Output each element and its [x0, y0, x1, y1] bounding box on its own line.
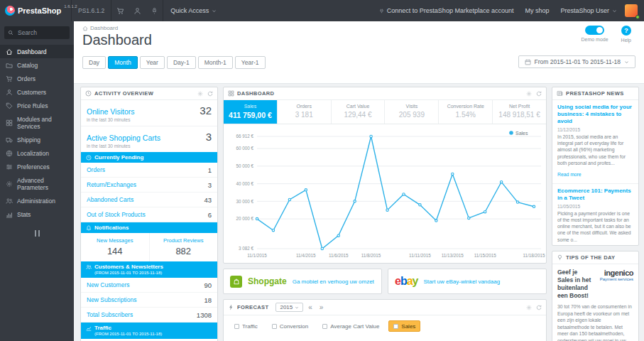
settings-icon[interactable] [197, 91, 203, 97]
customers-row-label[interactable]: Total Subscribers [87, 311, 133, 318]
sidebar-item-catalog[interactable]: Catalog [0, 58, 74, 72]
kpi-row: Sales411 759,00 €Orders3 181Cart Value12… [224, 100, 546, 124]
filter-month[interactable]: Month [108, 56, 138, 69]
topbar-right: Connect to PrestaShop Marketplace accoun… [373, 0, 644, 21]
forecast-legend-label: Average Cart Value [330, 323, 379, 330]
filter-day-1[interactable]: Day-1 [167, 56, 196, 69]
user-menu[interactable]: PrestaShop User [555, 0, 623, 21]
toggle-knob [596, 27, 603, 33]
refresh-icon[interactable] [536, 305, 542, 310]
ebay-link[interactable]: Start uw eBay-winkel vandaag [424, 278, 501, 285]
sidebar-item-orders[interactable]: Orders [0, 72, 74, 85]
prestashop-admin: PrestaShop 1.6.1.2 PS1.6.1.2 Quick Acces… [0, 0, 644, 341]
new-messages-link[interactable]: New Messages [82, 237, 148, 244]
online-visitors-link[interactable]: Online Visitors [87, 107, 135, 116]
news-article-title[interactable]: Ecommerce 101: Payments in a Tweet [557, 188, 633, 202]
read-more-link[interactable]: Read more [557, 172, 582, 177]
kpi-value: 411 759,00 € [225, 111, 275, 119]
forecast-legend-traffic[interactable]: Traffic [229, 320, 263, 332]
sidebar-item-localization[interactable]: Localization [0, 146, 74, 160]
forecast-legend-conversion[interactable]: Conversion [267, 320, 313, 332]
news-article: Ecommerce 101: Payments in a Tweet11/05/… [552, 184, 638, 246]
calendar-icon [525, 59, 531, 65]
sidebar-item-preferences[interactable]: Preferences [0, 160, 74, 173]
pending-row-label[interactable]: Out of Stock Products [87, 211, 146, 218]
grid-icon [6, 119, 13, 126]
filter-year[interactable]: Year [140, 56, 165, 69]
customer-shortcut-icon[interactable] [129, 0, 146, 21]
refresh-icon[interactable] [536, 91, 542, 97]
sidebar-item-dashboard[interactable]: Dashboard [0, 45, 74, 58]
refresh-icon[interactable] [207, 91, 213, 97]
user-avatar[interactable] [625, 4, 638, 17]
kpi-conversion-rate[interactable]: Conversion Rate1.54% [439, 100, 493, 124]
section-title: Currently Pending [94, 154, 143, 161]
sidebar-item-stats[interactable]: Stats [0, 207, 74, 221]
forecast-legend-sales[interactable]: Sales [388, 320, 420, 332]
panel-header-icons [197, 91, 213, 97]
pending-row-value: 3 [208, 181, 212, 189]
demo-mode-control: Demo mode [581, 26, 608, 43]
kpi-cart-value[interactable]: Cart Value129,44 € [332, 100, 386, 124]
sidebar-item-price-rules[interactable]: Price Rules [0, 99, 74, 112]
y-axis-label: 30 000 € [236, 199, 253, 204]
prestashop-logo[interactable]: PrestaShop 1.6.1.2 [0, 0, 71, 21]
customers-row-label[interactable]: New Subscriptions [87, 296, 136, 303]
x-axis-label: 11/18/2015 [523, 253, 545, 258]
settings-icon[interactable] [526, 91, 532, 97]
demo-mode-toggle[interactable] [585, 26, 604, 35]
section-subtitle: (FROM 2015-11-01 TO 2015-11-18) [94, 271, 212, 275]
kpi-sales[interactable]: Sales411 759,00 € [224, 100, 278, 124]
topbar: PrestaShop 1.6.1.2 PS1.6.1.2 Quick Acces… [0, 0, 644, 21]
sidebar-item-label: Preferences [17, 163, 50, 170]
forecast-legend-average-cart-value[interactable]: Average Cart Value [317, 320, 384, 332]
my-shop-link[interactable]: My shop [519, 0, 555, 21]
kpi-net-profit[interactable]: Net Profit148 918,51 € [493, 100, 546, 124]
settings-icon[interactable] [526, 305, 532, 310]
forecast-prev-button[interactable]: « [306, 303, 315, 311]
sidebar-item-administration[interactable]: Administration [0, 194, 74, 207]
kpi-visits[interactable]: Visits205 939 [385, 100, 439, 124]
data-point [403, 193, 405, 195]
customers-newsletters-header: Customers & Newsletters (FROM 2015-11-01… [81, 261, 217, 278]
shopgate-link[interactable]: Ga mobiel en verhoog uw omzet [293, 278, 374, 285]
pending-row-label[interactable]: Return/Exchanges [87, 181, 136, 188]
page-head: Dashboard Dashboard Demo mode ? Help [74, 21, 644, 48]
rocket-shortcut-icon[interactable] [146, 0, 163, 21]
active-carts-link[interactable]: Active Shopping Carts [87, 134, 160, 142]
data-point [305, 189, 307, 191]
collapse-sidebar-button[interactable] [0, 227, 74, 239]
search-input[interactable] [16, 28, 66, 37]
page-header-strip: Dashboard Dashboard Demo mode ? Help Day… [74, 21, 644, 84]
date-range-button[interactable]: From 2015-11-01 To 2015-11-18 [518, 55, 635, 68]
news-article-title[interactable]: Using social media for your business: 4 … [557, 104, 633, 125]
filter-day[interactable]: Day [82, 56, 106, 69]
traffic-header: Traffic (FROM 2015-11-01 TO 2015-11-18) [81, 323, 217, 339]
stats-icon [6, 211, 13, 218]
pending-row-label[interactable]: Abandoned Carts [87, 196, 133, 203]
product-reviews-link[interactable]: Product Reviews [151, 237, 217, 244]
sidebar-item-advanced-parameters[interactable]: Advanced Parameters [0, 173, 74, 194]
forecast-year-select[interactable]: 2015 [275, 303, 303, 312]
filter-year-1[interactable]: Year-1 [235, 56, 266, 69]
sidebar-item-customers[interactable]: Customers [0, 85, 74, 99]
data-point [354, 200, 356, 202]
pending-row: Abandoned Carts43 [81, 193, 217, 207]
forecast-next-button[interactable]: » [317, 303, 326, 311]
panel-header: Activity overview [81, 87, 217, 100]
cart-shortcut-icon[interactable] [111, 0, 129, 21]
customers-row-label[interactable]: New Customers [87, 281, 129, 288]
panel-title: Dashboard [237, 90, 274, 97]
filter-month-1[interactable]: Month-1 [198, 56, 233, 69]
shop-name: PS1.6.1.2 [72, 0, 111, 21]
quick-access-menu[interactable]: Quick Access [163, 0, 224, 21]
sidebar-item-label: Localization [17, 150, 49, 157]
marketplace-connect-link[interactable]: Connect to PrestaShop Marketplace accoun… [373, 0, 520, 21]
pending-row-label[interactable]: Orders [87, 166, 105, 173]
sidebar-item-label: Administration [17, 197, 55, 205]
help-icon[interactable]: ? [621, 26, 631, 36]
pending-row-value: 43 [204, 196, 212, 204]
sidebar-item-shipping[interactable]: Shipping [0, 133, 74, 146]
kpi-orders[interactable]: Orders3 181 [278, 100, 332, 124]
sidebar-item-modules-and-services[interactable]: Modules and Services [0, 112, 74, 133]
